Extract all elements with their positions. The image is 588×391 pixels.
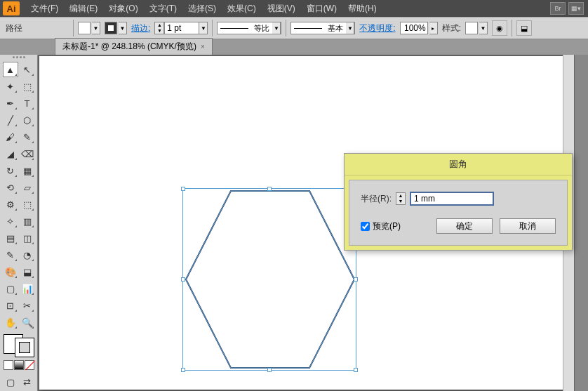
brush-definition[interactable]: 基本▼ [290,22,355,34]
preview-check-input[interactable] [361,222,370,231]
tool-6-1[interactable]: ▦ [20,163,35,178]
tool-12-0[interactable]: 🎨 [3,264,18,279]
fill-swatch[interactable]: ▼ [78,22,100,34]
stroke-swatch[interactable]: ▼ [105,22,127,34]
menu-effect[interactable]: 效果(C) [222,1,262,17]
menu-bar: Ai 文件(F) 编辑(E) 对象(O) 文字(T) 选择(S) 效果(C) 视… [0,0,588,17]
tool-10-0[interactable]: ▤ [3,230,18,246]
selection-bounds [182,188,356,371]
panel-dock[interactable] [574,55,588,391]
tool-8-0[interactable]: ⚙ [3,197,18,212]
fill-stroke-control[interactable] [4,334,34,357]
tool-0-0[interactable]: ▲ [3,62,18,77]
round-corners-dialog: 圆角 半径(R): ▲▼ 1 mm 预览(P) 确定 取消 [344,153,573,251]
style-label: 样式: [442,22,461,34]
handle-tl[interactable] [181,187,185,191]
tool-15-1[interactable]: 🔍 [20,314,35,330]
preview-label: 预览(P) [373,220,401,232]
control-bar: 路径 ▼ ▼ 描边: ▲▼ 1 pt ▼ 等比▼ 基本▼ 不透明度: 100%▸… [0,17,588,39]
color-mode-row [4,360,34,370]
screen-mode[interactable]: ▢ [3,374,18,390]
tab-title: 未标题-1* @ 248.18% (CMYK/预览) [62,41,196,53]
tool-14-0[interactable]: ⊡ [3,298,18,313]
menu-select[interactable]: 选择(S) [182,1,222,17]
tool-1-0[interactable]: ✦ [3,79,18,94]
workspace-button[interactable]: ▦▾ [568,2,584,15]
tool-2-1[interactable]: T [20,95,35,111]
tool-14-1[interactable]: ✂ [20,298,35,313]
preview-checkbox[interactable]: 预览(P) [361,220,401,232]
tool-13-1[interactable]: 📊 [20,281,35,296]
selection-type: 路径 [6,22,22,34]
ok-button[interactable]: 确定 [436,218,493,234]
tool-4-1[interactable]: ✎ [20,129,35,145]
dialog-title: 圆角 [345,154,572,175]
tool-7-0[interactable]: ⟲ [3,180,18,195]
gradient-swatch[interactable] [14,360,24,370]
tool-5-1[interactable]: ⌫ [20,146,35,161]
opacity-link[interactable]: 不透明度: [359,22,395,34]
radius-spinner[interactable]: ▲▼ [396,192,406,205]
bridge-button[interactable]: Br [550,2,566,15]
app-logo: Ai [3,1,20,15]
handle-br[interactable] [354,368,358,372]
tool-8-1[interactable]: ⬚ [20,197,35,212]
tool-11-1[interactable]: ◔ [20,247,35,263]
close-icon[interactable]: × [201,43,205,51]
menu-edit[interactable]: 编辑(E) [64,1,103,17]
color-swatch[interactable] [4,360,13,370]
tool-13-0[interactable]: ▢ [3,281,18,296]
handle-bc[interactable] [267,368,272,372]
document-tab[interactable]: 未标题-1* @ 248.18% (CMYK/预览) × [55,38,213,55]
handle-mr[interactable] [354,277,358,281]
variable-width-profile[interactable]: 等比▼ [217,22,281,34]
radius-label: 半径(R): [361,193,392,205]
tool-3-1[interactable]: ⬡ [20,112,35,128]
handle-tc[interactable] [267,187,272,191]
tool-11-0[interactable]: ✎ [3,247,18,263]
tool-1-1[interactable]: ⬚ [20,79,35,94]
menu-window[interactable]: 窗口(W) [301,1,342,17]
screen-mode-dd[interactable]: ⇄ [20,374,35,390]
menu-object[interactable]: 对象(O) [103,1,143,17]
align-icon[interactable]: ⬓ [516,20,532,36]
stroke-weight[interactable]: ▲▼ 1 pt ▼ [154,22,208,34]
stroke-link[interactable]: 描边: [131,22,150,34]
handle-bl[interactable] [181,368,185,372]
menu-help[interactable]: 帮助(H) [342,1,382,17]
tool-9-0[interactable]: ✧ [3,213,18,229]
tool-6-0[interactable]: ↻ [3,163,18,178]
opacity-field[interactable]: 100%▸ [400,22,438,34]
menu-type[interactable]: 文字(T) [144,1,182,17]
tool-2-0[interactable]: ✒ [3,95,18,111]
tool-10-1[interactable]: ◫ [20,230,35,246]
tool-0-1[interactable]: ↖ [20,62,35,77]
document-tabs: 未标题-1* @ 248.18% (CMYK/预览) × [0,39,588,55]
menu-file[interactable]: 文件(F) [25,1,64,17]
none-swatch[interactable] [25,360,34,370]
tool-3-0[interactable]: ╱ [3,112,18,128]
tool-12-1[interactable]: ⬓ [20,264,35,279]
radius-input[interactable]: 1 mm [410,192,494,206]
tool-9-1[interactable]: ▥ [20,213,35,229]
stroke-box[interactable] [15,338,34,357]
tool-5-0[interactable]: ◢ [3,146,18,161]
cancel-button[interactable]: 取消 [500,218,556,234]
menu-view[interactable]: 视图(V) [262,1,301,17]
tools-panel: ▲↖✦⬚✒T╱⬡🖌✎◢⌫↻▦⟲▱⚙⬚✧▥▤◫✎◔🎨⬓▢📊⊡✂✋🔍 ▢ ⇄ [0,55,38,391]
recolor-icon[interactable]: ◉ [492,20,507,36]
tool-15-0[interactable]: ✋ [3,314,18,330]
tool-7-1[interactable]: ▱ [20,180,35,195]
graphic-style[interactable]: ▼ [465,22,488,34]
panel-grip[interactable] [5,56,33,60]
tool-4-0[interactable]: 🖌 [3,129,18,145]
handle-ml[interactable] [181,277,185,281]
